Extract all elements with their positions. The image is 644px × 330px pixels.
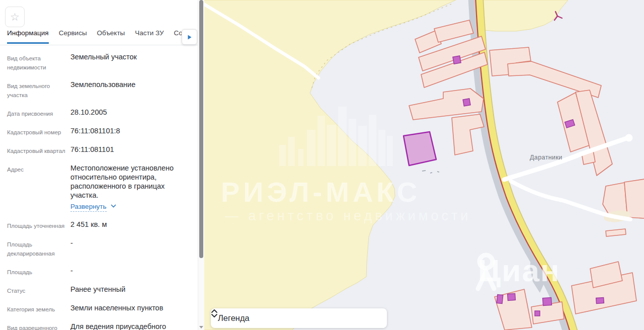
info-panel: ☆ Информация Сервисы Объекты Части ЗУ Со…	[0, 0, 198, 330]
field-value: 76:11:081101:8	[70, 126, 192, 137]
field-label: Площадь декларированная	[7, 238, 70, 258]
agency-watermark-title: РИЭЛ-МАКС	[221, 176, 421, 208]
field-value: Земельный участок	[70, 52, 192, 72]
cadastral-map[interactable]: Даратники РИЭЛ-МАКС — агентство недвижим…	[204, 0, 644, 330]
field-label: Категория земель	[7, 303, 70, 314]
chevron-down-icon	[111, 204, 116, 208]
field-label: Вид земельного участка	[7, 80, 70, 100]
unfold-chevrons-icon	[211, 308, 218, 318]
panel-scrollbar[interactable]	[198, 0, 204, 330]
selected-parcel[interactable]	[404, 132, 436, 166]
tab-information[interactable]: Информация	[7, 29, 49, 44]
field-row: Дата присвоения28.10.2005	[7, 108, 192, 118]
field-value: 2 451 кв. м	[70, 220, 192, 230]
tab-services[interactable]: Сервисы	[59, 29, 87, 44]
star-icon: ☆	[10, 11, 20, 23]
field-row: Вид разрешенного использованияДля ведени…	[7, 322, 192, 330]
field-row: СтатусРанее учтенный	[7, 285, 192, 295]
field-label: Площадь уточненная	[7, 220, 70, 230]
map-layers	[204, 0, 644, 330]
field-label: Адрес	[7, 163, 70, 212]
attributes-list: Вид объекта недвижимостиЗемельный участо…	[7, 52, 192, 330]
field-row: Вид объекта недвижимостиЗемельный участо…	[7, 52, 192, 72]
expand-address-link[interactable]: Развернуть	[70, 202, 107, 212]
agency-watermark-subtitle: — агентство недвижимости	[225, 208, 471, 224]
tabs-divider	[0, 45, 198, 45]
field-row: Кадастровый номер76:11:081101:8	[7, 126, 192, 137]
favorite-button[interactable]: ☆	[5, 7, 25, 27]
field-row: Площадь декларированная-	[7, 238, 192, 258]
tab-parcel-parts[interactable]: Части ЗУ	[135, 29, 164, 44]
cian-watermark: Циан	[473, 251, 560, 291]
field-value: -	[70, 238, 192, 258]
scrollbar-thumb[interactable]	[199, 0, 203, 258]
field-row-address: Адрес Местоположение установлено относит…	[7, 163, 192, 212]
tab-objects[interactable]: Объекты	[97, 29, 125, 44]
field-value: 28.10.2005	[70, 108, 192, 118]
field-label: Статус	[7, 285, 70, 295]
field-label: Кадастровый квартал	[7, 145, 70, 155]
field-row: Кадастровый квартал76:11:081101	[7, 145, 192, 155]
field-row: Площадь-	[7, 266, 192, 277]
tab-bar: Информация Сервисы Объекты Части ЗУ Сост…	[7, 29, 198, 44]
legend-label: Легенда	[218, 313, 380, 323]
next-tabs-button[interactable]	[182, 29, 197, 45]
address-text: Местоположение установлено относительно …	[70, 164, 174, 199]
field-value: Для ведения приусадебного хозяйства	[70, 322, 192, 330]
play-right-icon	[188, 35, 192, 40]
place-label: Даратники	[530, 154, 562, 161]
field-label: Кадастровый номер	[7, 126, 70, 137]
field-value: Ранее учтенный	[70, 285, 192, 295]
cian-pin-icon	[473, 251, 502, 292]
field-row: Вид земельного участкаЗемлепользование	[7, 80, 192, 100]
field-value: Местоположение установлено относительно …	[70, 163, 192, 212]
field-label: Площадь	[7, 266, 70, 277]
field-value: 76:11:081101	[70, 145, 192, 155]
legend-bar[interactable]: Легенда	[211, 308, 387, 328]
field-label: Вид разрешенного использования	[7, 322, 70, 330]
field-row: Площадь уточненная2 451 кв. м	[7, 220, 192, 230]
field-value: Землепользование	[70, 80, 192, 100]
field-label: Вид объекта недвижимости	[7, 52, 70, 72]
field-value: -	[70, 266, 192, 277]
field-value: Земли населенных пунктов	[70, 303, 192, 314]
scroll-down-arrow-icon[interactable]	[199, 326, 203, 328]
field-label: Дата присвоения	[7, 108, 70, 118]
field-row: Категория земельЗемли населенных пунктов	[7, 303, 192, 314]
